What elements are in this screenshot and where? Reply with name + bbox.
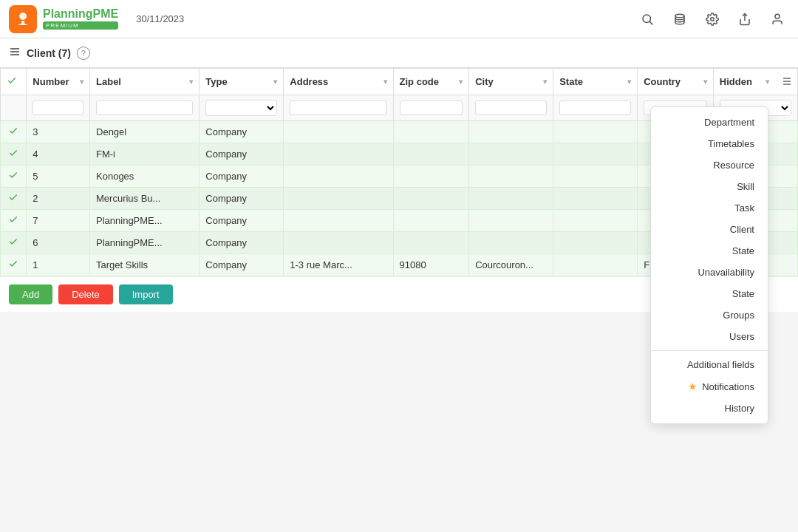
cell-state: [553, 210, 638, 232]
col-header-check: [1, 69, 27, 95]
cell-zip: [393, 188, 469, 210]
cell-zip: [393, 166, 469, 188]
cell-number: 3: [27, 121, 90, 143]
settings-button[interactable]: [700, 7, 724, 31]
sort-icon-hidden: ▾: [765, 78, 769, 86]
cell-city: [469, 121, 553, 143]
row-check: [1, 232, 27, 254]
share-button[interactable]: [733, 7, 757, 31]
dropdown-divider: [651, 350, 768, 351]
filter-type-select[interactable]: Company: [205, 100, 277, 116]
sort-icon-state: ▾: [627, 78, 631, 86]
filter-state-input[interactable]: [559, 100, 631, 115]
cell-zip: [393, 143, 469, 166]
cell-city: [469, 188, 553, 210]
col-header-label: Label ▾: [90, 69, 200, 95]
cell-label: PlanningPME...: [90, 232, 200, 254]
search-button[interactable]: [635, 7, 659, 31]
header-icons: [635, 7, 789, 31]
menu-item-groups[interactable]: Groups: [651, 304, 768, 326]
menu-item-skill[interactable]: Skill: [651, 176, 768, 197]
cell-address: [284, 166, 393, 188]
help-icon[interactable]: ?: [77, 47, 90, 60]
logo-icon: [9, 5, 37, 33]
cell-state: [553, 188, 638, 210]
col-header-address: Address ▾: [284, 69, 393, 95]
svg-point-8: [775, 14, 780, 18]
filter-zip: [393, 95, 469, 121]
col-header-type: Type ▾: [200, 69, 284, 95]
sort-icon-country: ▾: [703, 78, 707, 86]
cell-type: Company: [200, 188, 284, 210]
menu-item-notifications[interactable]: ★ Notifications: [651, 375, 768, 398]
menu-item-history[interactable]: History: [651, 398, 768, 419]
sort-icon-city: ▾: [543, 78, 547, 86]
filter-number: [27, 95, 90, 121]
filter-label-input[interactable]: [96, 100, 193, 115]
cell-number: 4: [27, 143, 90, 166]
cell-city: Courcouron...: [469, 254, 553, 276]
cell-type: Company: [200, 254, 284, 276]
menu-item-timetables[interactable]: Timetables: [651, 133, 768, 154]
cell-label: FM-i: [90, 143, 200, 166]
cell-address: [284, 232, 393, 254]
cell-label: Dengel: [90, 121, 200, 143]
database-button[interactable]: [668, 7, 692, 31]
sort-icon-zip: ▾: [459, 78, 463, 86]
filter-city-input[interactable]: [475, 100, 547, 115]
delete-button[interactable]: Delete: [58, 284, 113, 304]
cell-number: 2: [27, 188, 90, 210]
filter-check: [1, 95, 27, 121]
dropdown-menu: Department Timetables Resource Skill Tas…: [650, 106, 768, 424]
import-button[interactable]: Import: [119, 284, 173, 304]
svg-point-0: [19, 13, 27, 20]
hamburger-icon[interactable]: [9, 46, 21, 61]
menu-item-state2[interactable]: State: [651, 283, 768, 304]
svg-point-5: [675, 14, 684, 18]
menu-item-users[interactable]: Users: [651, 326, 768, 347]
user-button[interactable]: [765, 7, 789, 31]
cell-city: [469, 210, 553, 232]
menu-item-client[interactable]: Client: [651, 219, 768, 240]
menu-item-unavailability[interactable]: Unavailability: [651, 262, 768, 283]
cell-address: [284, 143, 393, 166]
menu-item-state1[interactable]: State: [651, 240, 768, 262]
add-button[interactable]: Add: [9, 284, 52, 304]
cell-address: [284, 188, 393, 210]
col-header-hidden: Hidden ▾ ☰: [713, 69, 797, 95]
svg-point-6: [711, 17, 715, 21]
sort-icon-type: ▾: [273, 78, 277, 86]
logo-area: PlanningPME PREMIUM: [9, 5, 118, 33]
svg-line-4: [649, 21, 652, 24]
cell-type: Company: [200, 232, 284, 254]
cell-number: 5: [27, 166, 90, 188]
menu-item-task[interactable]: Task: [651, 197, 768, 219]
page-title: Client (7): [27, 47, 71, 59]
row-check: [1, 121, 27, 143]
cell-label: Mercurius Bu...: [90, 188, 200, 210]
cell-type: Company: [200, 166, 284, 188]
row-check: [1, 254, 27, 276]
menu-item-resource[interactable]: Resource: [651, 154, 768, 176]
logo-text: PlanningPME PREMIUM: [43, 8, 118, 30]
cell-city: [469, 143, 553, 166]
star-icon: ★: [688, 381, 698, 392]
cell-address: 1-3 rue Marc...: [284, 254, 393, 276]
menu-item-additional-fields[interactable]: Additional fields: [651, 354, 768, 375]
menu-item-department[interactable]: Department: [651, 112, 768, 133]
cell-type: Company: [200, 121, 284, 143]
filter-address-input[interactable]: [290, 100, 386, 115]
cell-state: [553, 121, 638, 143]
filter-zip-input[interactable]: [400, 100, 463, 115]
cell-label: Target Skills: [90, 254, 200, 276]
filter-label: [90, 95, 200, 121]
filter-number-input[interactable]: [33, 100, 83, 115]
cell-zip: [393, 121, 469, 143]
filter-state: [553, 95, 638, 121]
svg-point-2: [24, 20, 29, 24]
cell-city: [469, 166, 553, 188]
cell-label: Konoges: [90, 166, 200, 188]
svg-point-1: [17, 20, 21, 24]
columns-menu-icon[interactable]: ☰: [782, 76, 791, 87]
row-check: [1, 143, 27, 166]
